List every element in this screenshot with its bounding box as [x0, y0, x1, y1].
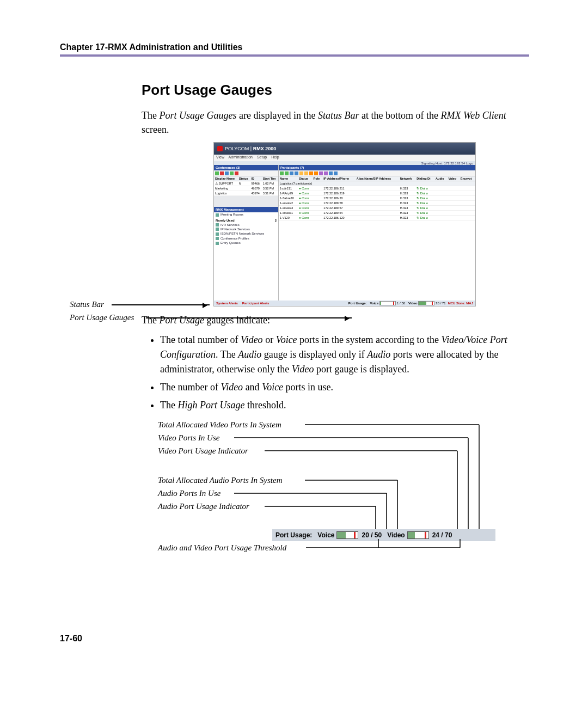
rmx-management-header: RMX Management: [214, 207, 278, 212]
table-row[interactable]: 1-smoke3● Conn172.22.189.57H.323↻ Dial o: [279, 206, 475, 211]
toolbar-icon[interactable]: [225, 171, 229, 175]
rarely-used-header: Rarely Used 2: [214, 217, 278, 223]
table-row[interactable]: 1-smoke2● Conn172.22.189.58H.323↻ Dial o: [279, 201, 475, 206]
rarely-used-count: 2: [275, 219, 277, 222]
callout-status-bar: Status Bar: [70, 300, 104, 309]
col-status[interactable]: Status: [238, 176, 250, 181]
toolbar-icon[interactable]: [319, 171, 323, 175]
toolbar-icon[interactable]: [324, 171, 328, 175]
col-header[interactable]: Audio: [434, 176, 447, 181]
toolbar-icon[interactable]: [280, 171, 284, 175]
mgmt-item[interactable]: Entry Queues: [214, 241, 278, 245]
table-row[interactable]: 1-V120● Conn172.22.186.120H.323↻ Dial o: [279, 216, 475, 220]
conferences-header: Conferences (3): [214, 165, 278, 170]
video-value: 36 / 71: [436, 302, 445, 305]
label-total-audio-ports: Total Allocated Audio Ports In System: [158, 476, 282, 485]
toolbar-icon[interactable]: [220, 171, 224, 175]
system-alerts[interactable]: System Alerts: [214, 302, 240, 305]
table-row[interactable]: Logistics439743:51 PM: [214, 191, 278, 196]
video-gauge: Video 36 / 71: [408, 301, 446, 305]
rarely-used-label: Rarely Used: [216, 219, 235, 222]
mgmt-item[interactable]: Conference Profiles: [214, 236, 278, 241]
menu-bar[interactable]: View Administration Setup Help: [214, 155, 475, 161]
col-header[interactable]: Video: [447, 176, 459, 181]
col-header[interactable]: Status: [298, 176, 312, 181]
col-start-time[interactable]: Start Tim: [262, 176, 278, 181]
voice-value: 1 / 50: [397, 302, 405, 305]
col-header[interactable]: Alias Name/SIP Address: [356, 176, 399, 181]
rmx-management-list[interactable]: Meeting Rooms Rarely Used 2 IVR Services…: [214, 212, 278, 301]
bullet-list: The total number of Video or Voice ports…: [142, 333, 534, 413]
col-header[interactable]: IP Address/Phone: [322, 176, 355, 181]
bullet-item: The High Port Usage threshold.: [160, 398, 534, 413]
participants-grid[interactable]: NameStatusRoleIP Address/PhoneAlias Name…: [279, 176, 475, 301]
toolbar-icon[interactable]: [304, 171, 308, 175]
toolbar-icon[interactable]: [230, 171, 234, 175]
table-row[interactable]: 1-Sabre20● Conn172.22.186.20H.323↻ Dial …: [279, 196, 475, 201]
mgmt-item[interactable]: IVR Services: [214, 223, 278, 227]
table-row[interactable]: ⚠ SUPPORTN994661:02 PM: [214, 181, 278, 186]
toolbar-icon[interactable]: [334, 171, 338, 175]
toolbar-icon[interactable]: [314, 171, 318, 175]
col-display-name[interactable]: Display Name: [214, 176, 238, 181]
bullet-item: The total number of Video or Voice ports…: [160, 333, 534, 377]
status-bar: System Alerts Participant Alerts Port Us…: [214, 301, 475, 306]
participants-header: Participants (7): [279, 165, 475, 170]
voice-label: Voice: [370, 302, 378, 305]
video-value: 24 / 70: [432, 531, 452, 539]
app-title-prefix: POLYCOM: [225, 146, 249, 151]
col-header[interactable]: Dialing Di: [415, 176, 434, 181]
col-header[interactable]: Network: [399, 176, 416, 181]
conferences-grid[interactable]: Display Name Status ID Start Tim ⚠ SUPPO…: [214, 176, 278, 196]
port-usage-diagram: Total Allocated Video Ports In System Vi…: [158, 420, 495, 556]
participants-group[interactable]: Logistics (7 participants): [279, 181, 475, 186]
toolbar-icon[interactable]: [329, 171, 333, 175]
callout-port-usage-gauges: Port Usage Gauges: [70, 313, 134, 322]
page-number: 17-60: [60, 634, 82, 643]
table-row[interactable]: Marketing466703:52 PM: [214, 186, 278, 191]
table-row[interactable]: 1-PArty29● Conn172.22.186.219H.323↻ Dial…: [279, 191, 475, 196]
toolbar-icon[interactable]: [235, 171, 238, 175]
menu-administration[interactable]: Administration: [229, 155, 253, 159]
label-total-video-ports: Total Allocated Video Ports In System: [158, 420, 281, 430]
app-title: RMX 2000: [253, 146, 277, 151]
paragraph-gauges-indicate: The Port Usage gauges indicate:: [142, 313, 534, 327]
voice-gauge-diagram: Voice 20 / 50: [315, 531, 382, 539]
mgmt-item[interactable]: ISDN/PSTN Network Services: [214, 231, 278, 236]
toolbar-icon[interactable]: [215, 171, 219, 175]
table-row[interactable]: 1-pär211● Conn172.22.186.211H.323↻ Dial …: [279, 186, 475, 191]
window-titlebar: POLYCOM | RMX 2000: [214, 143, 475, 155]
arrow-icon: [146, 317, 352, 318]
toolbar-icon[interactable]: [290, 171, 293, 175]
polycom-logo-icon: [217, 146, 223, 151]
menu-setup[interactable]: Setup: [257, 155, 267, 159]
label-video-indicator: Video Port Usage Indicator: [158, 446, 248, 456]
menu-help[interactable]: Help: [271, 155, 279, 159]
voice-value: 20 / 50: [362, 531, 382, 539]
toolbar-icon[interactable]: [285, 171, 289, 175]
intro-paragraph: The Port Usage Gauges are displayed in t…: [142, 108, 534, 137]
label-threshold: Audio and Video Port Usage Threshold: [158, 543, 286, 553]
mgmt-item[interactable]: IP Network Services: [214, 227, 278, 231]
col-header[interactable]: Name: [279, 176, 298, 181]
label-video-ports-in-use: Video Ports In Use: [158, 433, 219, 443]
voice-gauge: Voice 1 / 50: [370, 301, 405, 305]
participant-alerts[interactable]: Participant Alerts: [240, 302, 271, 305]
chapter-header: Chapter 17-RMX Administration and Utilit…: [60, 42, 242, 52]
table-row[interactable]: 1-smoke1● Conn172.22.189.54H.323↻ Dial o: [279, 211, 475, 216]
col-header[interactable]: Encrypt: [460, 176, 475, 181]
label-audio-indicator: Audio Port Usage Indicator: [158, 502, 249, 511]
mcu-state: MCU State: MAJ: [448, 302, 473, 305]
toolbar-icon[interactable]: [309, 171, 313, 175]
col-id[interactable]: ID: [250, 176, 262, 181]
video-gauge-diagram: Video 24 / 70: [385, 531, 452, 539]
participants-toolbar[interactable]: [279, 170, 475, 176]
conferences-toolbar[interactable]: [214, 170, 278, 176]
port-usage-label: Port Usage:: [348, 302, 367, 305]
toolbar-icon[interactable]: [299, 171, 303, 175]
col-header[interactable]: Role: [312, 176, 322, 181]
mgmt-item[interactable]: Meeting Rooms: [214, 212, 278, 217]
label-audio-ports-in-use: Audio Ports In Use: [158, 489, 220, 498]
menu-view[interactable]: View: [216, 155, 224, 159]
toolbar-icon[interactable]: [295, 171, 298, 175]
